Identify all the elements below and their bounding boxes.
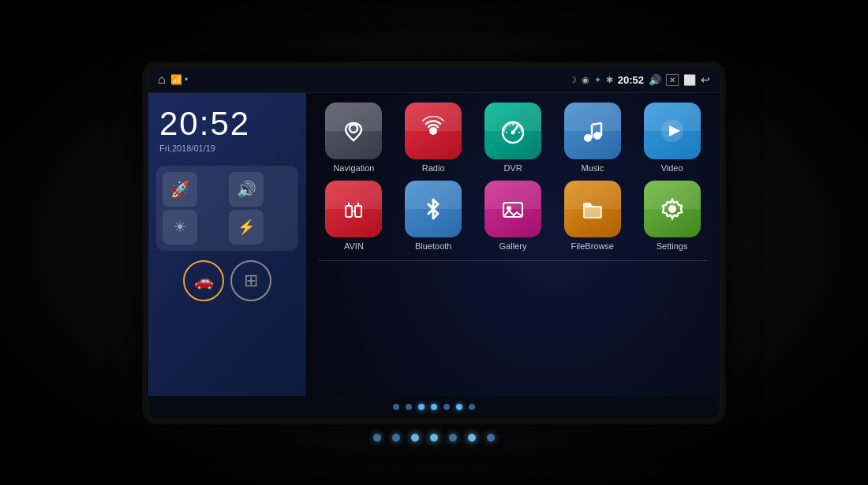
hardware-buttons	[373, 434, 495, 442]
svg-rect-16	[355, 206, 361, 217]
svg-point-9	[593, 132, 601, 140]
right-panel: Navigation Radio	[306, 93, 720, 396]
gallery-label: Gallery	[499, 241, 527, 251]
radio-icon-bg	[405, 103, 462, 159]
bluetooth-symbol-icon	[419, 195, 447, 223]
home-icon[interactable]: ⌂	[158, 73, 166, 87]
gallery-photos-icon	[499, 195, 527, 223]
gallery-icon-bg	[485, 181, 541, 237]
app-video[interactable]: Video	[637, 103, 707, 173]
svg-point-0	[350, 125, 357, 132]
bluetooth-icon-bg	[405, 181, 462, 237]
equalizer-icon: ⚡	[238, 218, 255, 236]
volume-status-icon[interactable]: 🔊	[649, 74, 661, 86]
navigation-map-icon	[339, 117, 368, 145]
location-icon: ◉	[582, 75, 589, 85]
brightness-button[interactable]: ☀	[163, 210, 197, 244]
brightness-icon: ☀	[174, 218, 186, 236]
car-icon: 🚗	[194, 271, 214, 290]
video-label: Video	[661, 163, 683, 173]
equalizer-button[interactable]: ⚡	[229, 210, 264, 244]
radio-label: Radio	[422, 163, 445, 173]
app-radio[interactable]: Radio	[398, 103, 469, 173]
folder-icon	[578, 195, 607, 223]
music-label: Music	[581, 163, 604, 173]
app-settings[interactable]: Settings	[637, 181, 707, 251]
svg-point-8	[584, 134, 592, 142]
app-filebrowse[interactable]: FileBrowse	[557, 181, 627, 251]
svg-line-12	[592, 123, 601, 125]
divider	[319, 260, 707, 261]
svg-point-4	[511, 130, 514, 134]
app-bluetooth[interactable]: Bluetooth	[398, 181, 469, 251]
volume-icon: 🔊	[237, 180, 256, 199]
left-panel: 20:52 Fri,2018/01/19 🚀 🔊 ☀	[148, 93, 306, 396]
filebrowse-label: FileBrowse	[571, 241, 614, 251]
dvr-speedometer-icon	[498, 116, 528, 146]
status-bar: ⌂ 📶 • ☽ ◉ ✦ ✱ 20:52 🔊 ✕ ⬜ ↩	[148, 68, 720, 93]
status-signal-icon: 📶 •	[170, 74, 189, 85]
indicator-5	[443, 404, 450, 410]
moon-icon: ☽	[569, 75, 577, 85]
avin-connector-icon	[339, 195, 368, 223]
svg-rect-22	[585, 207, 600, 217]
hw-btn-4[interactable]	[430, 434, 438, 442]
window-icon[interactable]: ⬜	[683, 74, 696, 86]
settings-icon-bg	[644, 181, 701, 237]
apps-button[interactable]: ⊞	[230, 260, 271, 301]
hw-btn-5[interactable]	[449, 434, 457, 442]
wrench-icon: ✱	[606, 75, 613, 85]
bottom-left-buttons: 🚗 ⊞	[156, 260, 298, 301]
rocket-icon: 🚀	[170, 180, 190, 199]
svg-point-23	[668, 205, 676, 213]
settings-label: Settings	[657, 241, 688, 251]
clock-date: Fri,2018/01/19	[159, 144, 295, 153]
hw-btn-6[interactable]	[468, 434, 476, 442]
screen-icon[interactable]: ✕	[666, 74, 679, 86]
apps-grid-icon: ⊞	[244, 270, 258, 291]
hw-btn-3[interactable]	[411, 434, 419, 442]
navigation-icon-bg	[325, 103, 382, 159]
back-icon[interactable]: ↩	[701, 73, 710, 86]
indicator-2	[406, 404, 412, 410]
app-gallery[interactable]: Gallery	[478, 181, 548, 251]
avin-label: AVIN	[344, 241, 364, 251]
app-avin[interactable]: AVIN	[319, 181, 389, 251]
bluetooth-label: Bluetooth	[415, 241, 451, 251]
app-music[interactable]: Music	[557, 103, 627, 173]
status-right: ☽ ◉ ✦ ✱ 20:52 🔊 ✕ ⬜ ↩	[569, 73, 710, 86]
svg-rect-15	[346, 206, 352, 217]
music-note-icon	[578, 117, 607, 145]
indicator-1	[393, 404, 399, 410]
indicator-7	[469, 404, 475, 410]
play-button-icon	[658, 117, 687, 145]
indicator-3	[418, 404, 425, 410]
screen-bezel: ⌂ 📶 • ☽ ◉ ✦ ✱ 20:52 🔊 ✕ ⬜ ↩	[142, 62, 726, 424]
app-grid-row2: AVIN Bluetooth	[319, 181, 707, 251]
app-navigation[interactable]: Navigation	[319, 103, 389, 173]
hw-btn-7[interactable]	[487, 434, 495, 442]
car-mode-button[interactable]: 🚗	[183, 260, 224, 301]
clock-time: 20:52	[159, 107, 295, 140]
status-left: ⌂ 📶 •	[158, 73, 188, 87]
rocket-button[interactable]: 🚀	[163, 172, 197, 207]
bottom-bar	[148, 396, 720, 418]
screen: ⌂ 📶 • ☽ ◉ ✦ ✱ 20:52 🔊 ✕ ⬜ ↩	[148, 68, 720, 418]
volume-button[interactable]: 🔊	[229, 172, 264, 207]
avin-icon-bg	[325, 181, 382, 237]
dvr-label: DVR	[503, 163, 522, 173]
hw-btn-2[interactable]	[392, 434, 400, 442]
app-dvr[interactable]: DVR	[478, 103, 548, 173]
status-time: 20:52	[618, 74, 644, 86]
video-icon-bg	[644, 103, 701, 159]
navigation-label: Navigation	[333, 163, 374, 173]
music-icon-bg	[564, 103, 621, 159]
dvr-icon-bg	[485, 103, 541, 159]
radio-waves-icon	[418, 116, 448, 146]
bluetooth-status-icon: ✦	[594, 75, 601, 85]
car-frame: ⌂ 📶 • ☽ ◉ ✦ ✱ 20:52 🔊 ✕ ⬜ ↩	[0, 0, 868, 485]
main-content: 20:52 Fri,2018/01/19 🚀 🔊 ☀	[148, 93, 720, 396]
hw-btn-1[interactable]	[373, 434, 381, 442]
clock-widget: 20:52 Fri,2018/01/19	[156, 101, 298, 159]
indicator-4	[431, 404, 437, 410]
